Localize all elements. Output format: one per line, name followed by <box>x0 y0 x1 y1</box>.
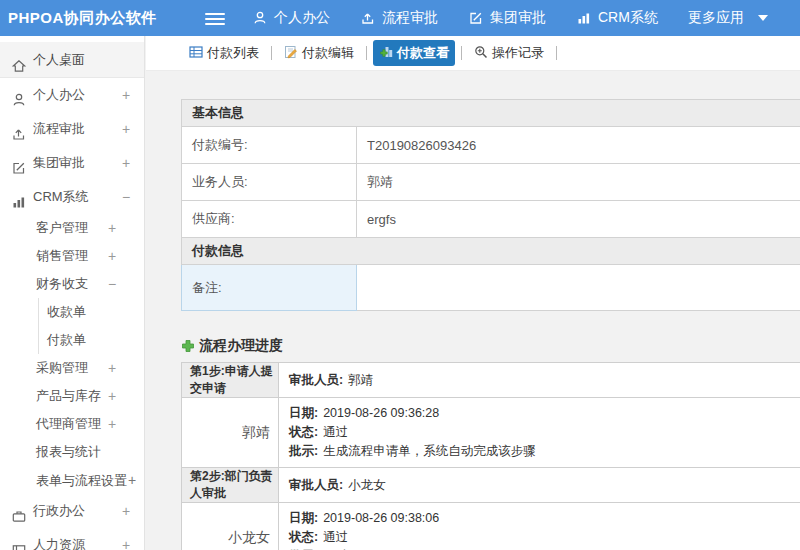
approver-name: 小龙女 <box>182 503 279 550</box>
expand-plus-icon[interactable]: + <box>122 146 130 180</box>
edit-square-icon <box>468 10 484 26</box>
sidebar-item-label: 采购管理 <box>36 360 88 375</box>
expand-plus-icon[interactable]: + <box>108 410 116 438</box>
tab-label: 付款查看 <box>397 44 449 62</box>
topnav-group-approval[interactable]: 集团审批 <box>468 9 546 27</box>
sidebar-item-label: 行政办公 <box>33 503 85 518</box>
expand-plus-icon[interactable]: + <box>122 528 130 550</box>
sidebar-item-payment-order[interactable]: 付款单 <box>0 326 144 354</box>
topnav-personal-office[interactable]: 个人办公 <box>252 9 330 27</box>
sidebar-item-label: 个人桌面 <box>33 52 85 67</box>
caret-down-icon <box>758 15 768 21</box>
tab-payment-list[interactable]: 付款列表 <box>183 40 265 66</box>
briefcase-icon <box>11 503 27 519</box>
approver-label: 审批人员: <box>289 478 343 492</box>
sidebar-item-group-approval[interactable]: 集团审批 + <box>0 146 144 180</box>
table-row: 付款编号: T20190826093426 <box>182 127 800 164</box>
sidebar-item-flow-approval[interactable]: 流程审批 + <box>0 112 144 146</box>
sidebar-item-agent-management[interactable]: 代理商管理 + <box>0 410 144 438</box>
approver-label: 审批人员: <box>289 373 343 387</box>
expand-plus-icon[interactable]: + <box>108 382 116 410</box>
remark-label: 备注: <box>182 265 357 311</box>
payment-number-label: 付款编号: <box>182 127 357 164</box>
table-section-header: 基本信息 <box>182 100 800 127</box>
tab-payment-view[interactable]: 付款查看 <box>373 40 455 66</box>
supplier-label: 供应商: <box>182 201 357 238</box>
tab-bar: 付款列表 付款编辑 付款查看 操作记录 <box>146 36 800 71</box>
expand-plus-icon[interactable]: + <box>108 214 116 242</box>
section-title: 基本信息 <box>182 100 800 127</box>
tab-label: 付款列表 <box>207 44 259 62</box>
topnav-label: 流程审批 <box>382 9 438 27</box>
sidebar-item-personal-desktop[interactable]: 个人桌面 <box>0 42 144 78</box>
topnav-flow-approval[interactable]: 流程审批 <box>360 9 438 27</box>
expand-plus-icon[interactable]: + <box>108 242 116 270</box>
sidebar-item-label: 集团审批 <box>33 155 85 170</box>
sidebar-item-customer-management[interactable]: 客户管理 + <box>0 214 144 242</box>
approver-name: 郭靖 <box>182 398 279 468</box>
expand-plus-icon[interactable]: + <box>122 112 130 146</box>
flow-step-detail-row: 郭靖 日期:2019-08-26 09:36:28 状态:通过 批示:生成流程申… <box>182 398 800 468</box>
expand-plus-icon[interactable]: + <box>108 354 116 382</box>
topnav-more-apps[interactable]: 更多应用 <box>688 9 768 27</box>
step-label: 第2步:部门负责人审批 <box>182 468 279 503</box>
collapse-minus-icon[interactable]: − <box>108 270 116 298</box>
sidebar-item-label: 销售管理 <box>36 248 88 263</box>
expand-plus-icon[interactable]: + <box>122 78 130 112</box>
step-details-cell: 日期:2019-08-26 09:36:28 状态:通过 批示:生成流程申请单，… <box>279 398 800 468</box>
sidebar-item-receipt-order[interactable]: 收款单 <box>0 298 144 326</box>
sidebar-item-label: 收款单 <box>47 304 86 319</box>
collapse-minus-icon[interactable]: − <box>122 180 130 214</box>
sidebar-item-label: 报表与统计 <box>36 444 101 459</box>
flow-approval-icon <box>360 10 376 26</box>
tab-label: 付款编辑 <box>302 44 354 62</box>
tab-payment-edit[interactable]: 付款编辑 <box>278 40 360 66</box>
tab-operation-log[interactable]: 操作记录 <box>468 40 550 66</box>
table-section-header: 付款信息 <box>182 238 800 265</box>
sidebar-item-label: 财务收支 <box>36 276 88 291</box>
sidebar-item-personal-office[interactable]: 个人办公 + <box>0 78 144 112</box>
date-line: 日期:2019-08-26 09:38:06 <box>289 509 800 528</box>
sidebar-item-human-resources[interactable]: 人力资源 + <box>0 528 144 550</box>
sidebar-item-label: 流程审批 <box>33 121 85 136</box>
top-navigation: 个人办公 流程审批 集团审批 CRM系统 更多应用 <box>252 0 768 36</box>
topnav-label: CRM系统 <box>598 9 658 27</box>
home-icon <box>11 52 27 68</box>
topnav-crm-system[interactable]: CRM系统 <box>576 9 658 27</box>
topnav-label: 集团审批 <box>490 9 546 27</box>
expand-plus-icon[interactable]: + <box>122 494 130 528</box>
sidebar-item-label: 客户管理 <box>36 220 88 235</box>
sidebar-item-administration[interactable]: 行政办公 + <box>0 494 144 528</box>
approver-name: 小龙女 <box>348 478 386 492</box>
sidebar-item-finance[interactable]: 财务收支 − <box>0 270 144 298</box>
sidebar-item-reports-statistics[interactable]: 报表与统计 <box>0 438 144 466</box>
flow-progress-table: 第1步:申请人提交申请 审批人员:郭靖 郭靖 日期:2019-08-26 09:… <box>181 362 800 550</box>
hamburger-menu-icon[interactable] <box>205 10 225 26</box>
table-row: 供应商: ergfs <box>182 201 800 238</box>
approver-name: 郭靖 <box>348 373 373 387</box>
tab-label: 操作记录 <box>492 44 544 62</box>
bar-chart-icon <box>11 189 27 205</box>
user-icon <box>11 87 27 103</box>
remark-value <box>357 265 800 311</box>
expand-plus-icon[interactable]: + <box>128 472 136 488</box>
sidebar-item-product-inventory[interactable]: 产品与库存 + <box>0 382 144 410</box>
flow-step-detail-row: 小龙女 日期:2019-08-26 09:38:06 状态:通过 批示:通过 <box>182 503 800 550</box>
table-row: 业务人员: 郭靖 <box>182 164 800 201</box>
business-person-value: 郭靖 <box>357 164 800 201</box>
add-green-icon <box>181 339 195 353</box>
flow-progress-title: 流程办理进度 <box>181 337 800 355</box>
main-area: 付款列表 付款编辑 付款查看 操作记录 <box>146 36 800 550</box>
content-panel: 基本信息 付款编号: T20190826093426 业务人员: 郭靖 供应商:… <box>146 71 800 550</box>
sidebar-item-form-flow-settings[interactable]: 表单与流程设置+ <box>0 466 144 494</box>
sidebar-item-label: 付款单 <box>47 332 86 347</box>
section-title-text: 流程办理进度 <box>199 337 283 355</box>
app-title: PHPOA协同办公软件 <box>8 0 157 36</box>
sidebar-item-sales-management[interactable]: 销售管理 + <box>0 242 144 270</box>
sidebar-item-label: 个人办公 <box>33 87 85 102</box>
basic-info-table: 基本信息 付款编号: T20190826093426 业务人员: 郭靖 供应商:… <box>181 99 800 311</box>
payment-edit-icon <box>284 45 298 62</box>
sidebar-item-crm-system[interactable]: CRM系统 − <box>0 180 144 214</box>
business-person-label: 业务人员: <box>182 164 357 201</box>
sidebar-item-purchase-management[interactable]: 采购管理 + <box>0 354 144 382</box>
